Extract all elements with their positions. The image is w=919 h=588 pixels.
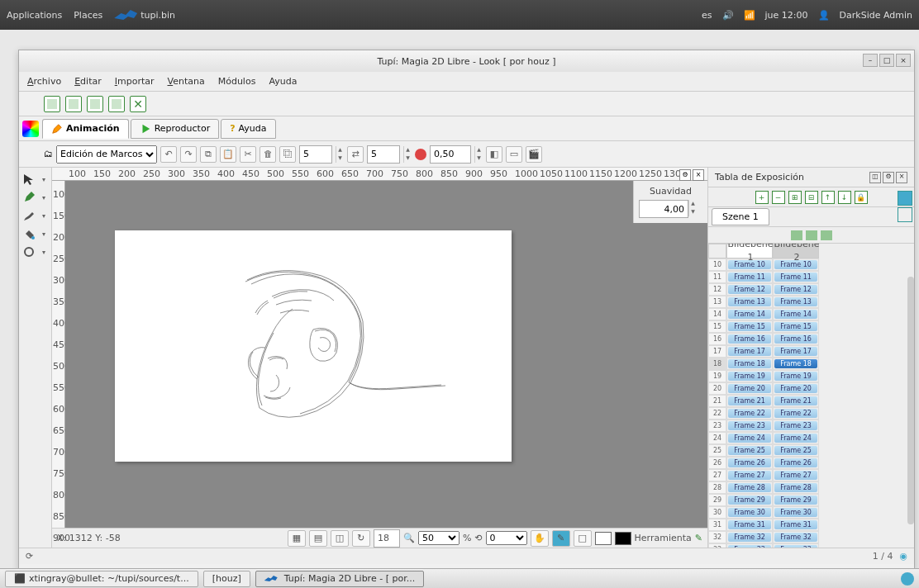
hand-button[interactable]: ✋ — [531, 530, 549, 547]
screen-button[interactable]: ▭ — [506, 146, 522, 163]
expo-tool-2[interactable]: ⊟ — [805, 191, 818, 204]
minimize-button[interactable]: – — [863, 54, 878, 67]
frame-row[interactable]: 31Frame 31Frame 31 — [708, 519, 914, 531]
scene-tab-1[interactable]: Szene 1 — [712, 208, 769, 225]
spinner-1[interactable]: 5 — [299, 145, 332, 164]
exposure-grid[interactable]: Bildebene 1Bildebene 210Frame 10Frame 10… — [708, 244, 914, 548]
tab-player[interactable]: Reproductor — [131, 119, 219, 139]
layer-header-1[interactable]: Bildebene 2 — [773, 244, 819, 258]
new-file-icon[interactable] — [44, 96, 60, 112]
frame-row[interactable]: 23Frame 23Frame 23 — [708, 420, 914, 432]
layer-remove-icon[interactable] — [821, 230, 832, 240]
layer-header-0[interactable]: Bildebene 1 — [726, 244, 773, 258]
frame-row[interactable]: 21Frame 21Frame 21 — [708, 395, 914, 407]
frame-row[interactable]: 17Frame 17Frame 17 — [708, 345, 914, 358]
clear-button[interactable]: □ — [574, 530, 592, 547]
close-button[interactable]: × — [896, 54, 911, 67]
frame-row[interactable]: 22Frame 22Frame 22 — [708, 407, 914, 420]
grid-button-1[interactable]: ▦ — [288, 530, 306, 547]
edge-tab-2[interactable] — [898, 207, 912, 222]
grid-button-2[interactable]: ▤ — [309, 530, 327, 547]
bg-color-swatch[interactable] — [615, 532, 631, 545]
frame-row[interactable]: 11Frame 11Frame 11 — [708, 271, 914, 283]
export-button[interactable]: 🎬 — [526, 146, 542, 163]
menu-importar[interactable]: Importar — [115, 76, 155, 87]
tool-pen[interactable]: ▾ — [21, 189, 47, 206]
copy-button[interactable]: ⧉ — [200, 146, 217, 163]
frame-row[interactable]: 24Frame 24Frame 24 — [708, 432, 914, 444]
user-name[interactable]: DarkSide Admin — [840, 10, 912, 21]
add-frame-icon[interactable]: + — [755, 191, 769, 204]
frame-row[interactable]: 27Frame 27Frame 27 — [708, 469, 914, 481]
frame-row[interactable]: 16Frame 16Frame 16 — [708, 333, 914, 345]
network-icon[interactable]: 📶 — [744, 10, 755, 21]
menu-archivo[interactable]: Archivo — [27, 76, 61, 87]
save-as-icon[interactable] — [108, 96, 125, 112]
edge-tab-1[interactable] — [898, 191, 912, 206]
frame-row[interactable]: 14Frame 14Frame 14 — [708, 308, 914, 320]
volume-icon[interactable]: 🔊 — [722, 10, 734, 21]
move-up-icon[interactable]: ↑ — [821, 191, 835, 204]
taskbar-terminal[interactable]: ⬛ xtingray@bullet: ~/tupi/sources/t... — [5, 571, 198, 587]
paste-button[interactable]: 📋 — [220, 146, 236, 163]
frame-row[interactable]: 18Frame 18Frame 18 — [708, 358, 914, 370]
frame-row[interactable]: 28Frame 28Frame 28 — [708, 481, 914, 494]
frame-row[interactable]: 13Frame 13Frame 13 — [708, 296, 914, 308]
frame-row[interactable]: 15Frame 15Frame 15 — [708, 320, 914, 333]
tool-shapes[interactable]: ▾ — [21, 244, 47, 260]
frame-row[interactable]: 30Frame 30Frame 30 — [708, 506, 914, 519]
zoom-select[interactable]: 50 — [418, 531, 460, 545]
frame-number[interactable]: 18 — [374, 529, 400, 548]
menu-editar[interactable]: Editar — [74, 76, 102, 87]
pen-tool-button[interactable]: ✎ — [552, 530, 570, 547]
menu-modulos[interactable]: Módulos — [218, 76, 256, 87]
frame-row[interactable]: 26Frame 26Frame 26 — [708, 457, 914, 469]
frames-mode-select[interactable]: Edición de Marcos — [56, 145, 157, 164]
frame-row[interactable]: 29Frame 29Frame 29 — [708, 494, 914, 506]
save-file-icon[interactable] — [87, 96, 103, 112]
expo-tool-1[interactable]: ⊞ — [788, 191, 802, 204]
menu-ventana[interactable]: Ventana — [168, 76, 205, 87]
panel-settings-icon[interactable]: ⚙ — [883, 172, 894, 183]
menu-ayuda[interactable]: Ayuda — [269, 76, 297, 87]
undo-button[interactable]: ↶ — [160, 146, 177, 163]
link-button[interactable]: ⇄ — [347, 146, 364, 163]
frame-row[interactable]: 33Frame 33Frame 33 — [708, 543, 914, 548]
move-down-icon[interactable]: ↓ — [838, 191, 851, 204]
remove-frame-icon[interactable]: − — [772, 191, 785, 204]
record-icon[interactable] — [415, 149, 426, 160]
delete-button[interactable]: 🗑 — [260, 146, 276, 163]
open-file-icon[interactable] — [65, 96, 82, 112]
panel-detach-icon[interactable]: ◫ — [869, 172, 881, 183]
canvas-close-icon[interactable]: × — [693, 169, 704, 181]
onion-button[interactable]: ◧ — [486, 146, 502, 163]
tool-brush[interactable]: ▾ — [21, 207, 47, 224]
canvas-viewport[interactable]: Suavidad ▲▼ — [65, 181, 707, 528]
refresh-button[interactable]: ↻ — [352, 530, 370, 547]
frame-row[interactable]: 32Frame 32Frame 32 — [708, 531, 914, 543]
maximize-button[interactable]: □ — [879, 54, 894, 67]
taskbar-doc[interactable]: [houz] — [203, 571, 250, 587]
panel-close-icon[interactable]: × — [896, 172, 907, 183]
menu-applications[interactable]: Applications — [7, 10, 62, 21]
layer-add-icon[interactable] — [791, 230, 802, 240]
lock-icon[interactable]: 🔒 — [855, 191, 868, 204]
rotation-select[interactable]: 0 — [486, 531, 527, 545]
tray-icon[interactable] — [901, 572, 914, 586]
tab-animation[interactable]: Animación — [42, 119, 129, 139]
exposure-scrollbar[interactable] — [907, 277, 914, 524]
layer-tool-icon[interactable] — [806, 230, 817, 240]
safe-area-button[interactable]: ◫ — [331, 530, 349, 547]
frame-row[interactable]: 25Frame 25Frame 25 — [708, 444, 914, 457]
frame-row[interactable]: 12Frame 12Frame 12 — [708, 283, 914, 296]
spinner-2[interactable]: 5 — [367, 145, 400, 164]
drawing-page[interactable] — [115, 230, 512, 462]
redo-button[interactable]: ↷ — [180, 146, 197, 163]
duplicate-button[interactable]: ⿻ — [279, 146, 296, 163]
spinner-3[interactable]: 0,50 — [430, 145, 471, 164]
running-app-name[interactable]: tupi.bin — [140, 10, 175, 21]
keyboard-lang[interactable]: es — [702, 10, 712, 21]
tab-help[interactable]: ? Ayuda — [221, 119, 275, 139]
taskbar-app[interactable]: Tupí: Magia 2D Libre - [ por... — [255, 571, 424, 587]
clock[interactable]: jue 12:00 — [765, 10, 808, 21]
